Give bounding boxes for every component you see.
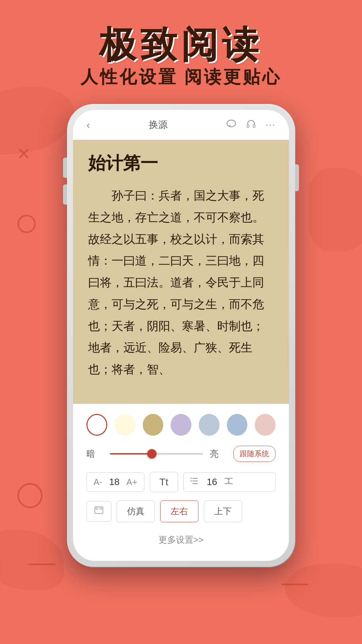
ud-mode-button[interactable]: 上下 xyxy=(204,500,242,522)
color-swatch-sky-blue[interactable] xyxy=(227,414,248,436)
deco-dash-1 xyxy=(28,564,55,565)
deco-dash-2 xyxy=(282,584,308,585)
font-size-value: 18 xyxy=(108,477,121,487)
phone-inner: ‹ 换源 xyxy=(73,110,289,561)
book-text: 孙子曰：兵者，国之大事，死生之地，存亡之道，不可不察也。故经之以五事，校之以计，… xyxy=(88,185,274,381)
fake-turn-button[interactable]: 仿真 xyxy=(117,500,155,522)
font-size-control: A- 18 A+ xyxy=(86,472,144,492)
font-style-button[interactable]: Tt xyxy=(150,472,178,492)
deco-o-1 xyxy=(17,215,36,233)
main-title: 极致阅读 xyxy=(0,20,362,70)
color-swatch-white[interactable] xyxy=(86,414,107,436)
deco-blob-1 xyxy=(0,87,74,154)
source-button[interactable]: 换源 xyxy=(149,118,168,131)
color-swatch-pink[interactable] xyxy=(255,414,276,436)
slider-fill xyxy=(110,453,152,454)
svg-point-0 xyxy=(227,120,236,127)
light-label: 亮 xyxy=(210,448,227,460)
color-swatch-lavender[interactable] xyxy=(171,414,191,436)
settings-panel: 暗 亮 跟随系统 A- 18 A+ xyxy=(73,404,289,561)
deco-blob-2 xyxy=(0,530,64,590)
font-size-row: A- 18 A+ Tt xyxy=(86,472,276,492)
sub-title: 人性化设置 阅读更贴心 xyxy=(0,65,362,89)
line-spacing-control: 16 xyxy=(183,472,276,492)
follow-system-button[interactable]: 跟随系统 xyxy=(233,446,276,462)
slider-thumb xyxy=(147,449,157,459)
headphones-icon[interactable] xyxy=(246,119,256,131)
more-settings-link[interactable]: 更多设置>> xyxy=(86,529,276,551)
svg-rect-10 xyxy=(100,507,102,510)
book-content-area[interactable]: 始计第一 孙子曰：兵者，国之大事，死生之地，存亡之道，不可不察也。故经之以五事，… xyxy=(73,140,289,404)
svg-rect-9 xyxy=(96,507,98,510)
more-icon[interactable]: ··· xyxy=(266,119,276,130)
phone-outer: ‹ 换源 xyxy=(67,104,295,567)
phone-mockup: ‹ 换源 xyxy=(67,104,295,567)
back-button[interactable]: ‹ xyxy=(86,119,90,131)
deco-o-3 xyxy=(17,483,43,508)
color-swatch-light-blue[interactable] xyxy=(199,414,220,436)
color-swatch-cream[interactable] xyxy=(115,414,135,436)
line-spacing-icon xyxy=(190,477,200,487)
font-decrease-button[interactable]: A- xyxy=(94,477,102,487)
power-button xyxy=(295,164,299,191)
font-increase-button[interactable]: A+ xyxy=(126,477,137,487)
deco-blob-4 xyxy=(308,168,362,252)
chapter-title: 始计第一 xyxy=(88,152,274,175)
svg-rect-1 xyxy=(247,125,249,127)
action-icons: ··· xyxy=(226,119,276,131)
color-swatch-row xyxy=(86,414,276,436)
volume-down-button xyxy=(63,184,67,205)
page-mode-row: 仿真 左右 上下 xyxy=(86,500,276,522)
deco-x-1: ✕ xyxy=(17,144,31,164)
brightness-row: 暗 亮 跟随系统 xyxy=(86,446,276,462)
dark-label: 暗 xyxy=(86,448,103,460)
line-spacing-value: 16 xyxy=(205,477,219,487)
line-spacing-expand-icon xyxy=(224,477,233,487)
comment-icon[interactable] xyxy=(226,119,236,131)
back-icon: ‹ xyxy=(86,119,90,131)
scroll-mode-button[interactable] xyxy=(86,501,111,522)
color-swatch-tan[interactable] xyxy=(143,414,164,436)
brightness-slider[interactable] xyxy=(110,453,203,454)
phone-screen: ‹ 换源 xyxy=(73,110,289,561)
deco-blob-3 xyxy=(285,564,362,617)
svg-rect-2 xyxy=(253,125,255,127)
nav-bar: ‹ 换源 xyxy=(73,110,289,140)
volume-up-button xyxy=(63,158,67,178)
lr-mode-button[interactable]: 左右 xyxy=(160,500,198,522)
